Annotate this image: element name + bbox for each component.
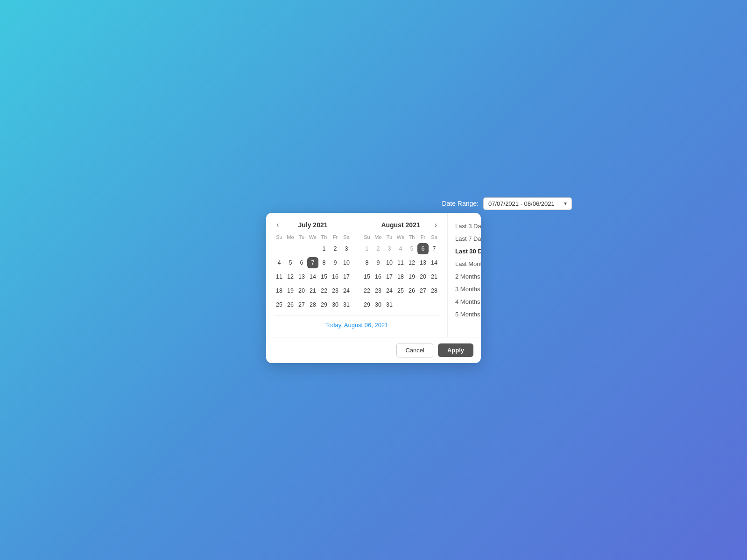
day-cell[interactable]: 9 (373, 257, 384, 268)
left-weekday-mo: Mo (285, 233, 296, 242)
table-row: 9 (373, 256, 384, 270)
day-cell[interactable]: 24 (384, 285, 395, 296)
day-cell[interactable]: 26 (285, 299, 296, 310)
day-cell[interactable]: 15 (361, 271, 373, 282)
day-cell[interactable]: 19 (406, 271, 417, 282)
day-cell[interactable]: 23 (373, 285, 384, 296)
day-cell[interactable]: 13 (417, 257, 429, 268)
day-cell[interactable]: 25 (274, 299, 285, 310)
day-cell[interactable]: 9 (330, 257, 341, 268)
shortcut-item-2monthsago[interactable]: 2 Months Ago (453, 271, 481, 282)
day-cell[interactable]: 4 (274, 257, 285, 268)
shortcut-item-last7days[interactable]: Last 7 Days (453, 233, 481, 245)
date-range-value: 07/07/2021 - 08/06/2021 (488, 200, 555, 207)
date-range-selector[interactable]: 07/07/2021 - 08/06/2021 ▾ (483, 197, 572, 210)
table-row (429, 298, 440, 312)
day-cell[interactable]: 15 (318, 271, 330, 282)
day-cell[interactable]: 18 (274, 285, 285, 296)
day-cell[interactable]: 3 (384, 243, 395, 254)
day-cell[interactable]: 16 (330, 271, 341, 282)
table-row: 9 (330, 256, 341, 270)
day-cell[interactable]: 22 (318, 285, 330, 296)
table-row: 5 (406, 242, 417, 256)
day-cell[interactable]: 11 (395, 257, 406, 268)
shortcut-item-4monthsago[interactable]: 4 Months Ago (453, 296, 481, 308)
day-cell[interactable]: 1 (318, 243, 330, 254)
day-cell[interactable]: 27 (296, 299, 307, 310)
table-row: 1 (318, 242, 330, 256)
table-row: 22232425262728 (361, 284, 440, 298)
day-cell[interactable]: 10 (384, 257, 395, 268)
day-cell[interactable]: 29 (318, 299, 330, 310)
day-cell[interactable]: 19 (285, 285, 296, 296)
day-cell[interactable]: 11 (274, 271, 285, 282)
day-cell[interactable]: 31 (384, 299, 395, 310)
day-cell[interactable]: 17 (341, 271, 352, 282)
shortcut-item-5monthsago[interactable]: 5 Months Ago (453, 308, 481, 320)
day-cell[interactable]: 27 (417, 285, 429, 296)
day-cell[interactable]: 5 (285, 257, 296, 268)
shortcut-item-last30days[interactable]: Last 30 Days (453, 245, 481, 257)
apply-button[interactable]: Apply (438, 343, 473, 357)
day-cell[interactable]: 1 (361, 243, 373, 254)
day-cell[interactable]: 12 (406, 257, 417, 268)
table-row: 20 (296, 284, 307, 298)
day-cell[interactable]: 7 (429, 243, 440, 254)
shortcut-item-lastmonth[interactable]: Last Month (453, 258, 481, 270)
table-row: 25 (395, 284, 406, 298)
left-weekday-we: We (307, 233, 318, 242)
shortcut-item-3monthsago[interactable]: 3 Months Ago (453, 283, 481, 295)
day-cell[interactable]: 5 (406, 243, 417, 254)
table-row: 4 (274, 256, 285, 270)
day-cell[interactable]: 6 (417, 243, 429, 254)
day-cell[interactable]: 17 (384, 271, 395, 282)
day-cell[interactable]: 23 (330, 285, 341, 296)
day-cell[interactable]: 2 (330, 243, 341, 254)
prev-month-button[interactable]: ‹ (274, 220, 282, 230)
day-cell[interactable]: 20 (296, 285, 307, 296)
day-cell[interactable]: 24 (341, 285, 352, 296)
table-row: 22 (361, 284, 373, 298)
day-cell[interactable]: 22 (361, 285, 373, 296)
day-cell[interactable]: 2 (373, 243, 384, 254)
day-cell[interactable]: 12 (285, 271, 296, 282)
day-cell[interactable]: 29 (361, 299, 373, 310)
table-row: 14 (307, 270, 318, 284)
table-row: 14 (429, 256, 440, 270)
day-cell[interactable]: 13 (296, 271, 307, 282)
day-cell[interactable]: 20 (417, 271, 429, 282)
right-weekday-fr: Fr (417, 233, 429, 242)
shortcut-item-last3days[interactable]: Last 3 Days (453, 220, 481, 232)
day-cell[interactable]: 10 (341, 257, 352, 268)
day-cell[interactable]: 31 (341, 299, 352, 310)
table-row (307, 242, 318, 256)
left-cal-title: July 2021 (298, 221, 327, 229)
day-cell[interactable]: 16 (373, 271, 384, 282)
day-cell[interactable]: 25 (395, 285, 406, 296)
table-row: 13 (296, 270, 307, 284)
day-cell[interactable]: 7 (307, 257, 318, 268)
day-cell[interactable]: 26 (406, 285, 417, 296)
day-cell[interactable]: 21 (307, 285, 318, 296)
today-label[interactable]: Today, August 06, 2021 (274, 316, 440, 332)
next-month-button[interactable]: › (432, 220, 440, 230)
day-cell[interactable]: 4 (395, 243, 406, 254)
table-row: 15 (361, 270, 373, 284)
table-row: 7 (429, 242, 440, 256)
day-cell[interactable]: 6 (296, 257, 307, 268)
day-cell[interactable]: 8 (361, 257, 373, 268)
day-cell[interactable]: 14 (307, 271, 318, 282)
left-weekday-fr: Fr (330, 233, 341, 242)
cancel-button[interactable]: Cancel (396, 343, 433, 357)
day-cell[interactable]: 30 (373, 299, 384, 310)
day-cell[interactable]: 30 (330, 299, 341, 310)
right-weekday-sa: Sa (429, 233, 440, 242)
day-cell[interactable]: 14 (429, 257, 440, 268)
day-cell[interactable]: 8 (318, 257, 330, 268)
day-cell[interactable]: 28 (307, 299, 318, 310)
day-cell[interactable]: 18 (395, 271, 406, 282)
day-cell[interactable]: 28 (429, 285, 440, 296)
table-row: 19 (406, 270, 417, 284)
day-cell[interactable]: 3 (341, 243, 352, 254)
day-cell[interactable]: 21 (429, 271, 440, 282)
